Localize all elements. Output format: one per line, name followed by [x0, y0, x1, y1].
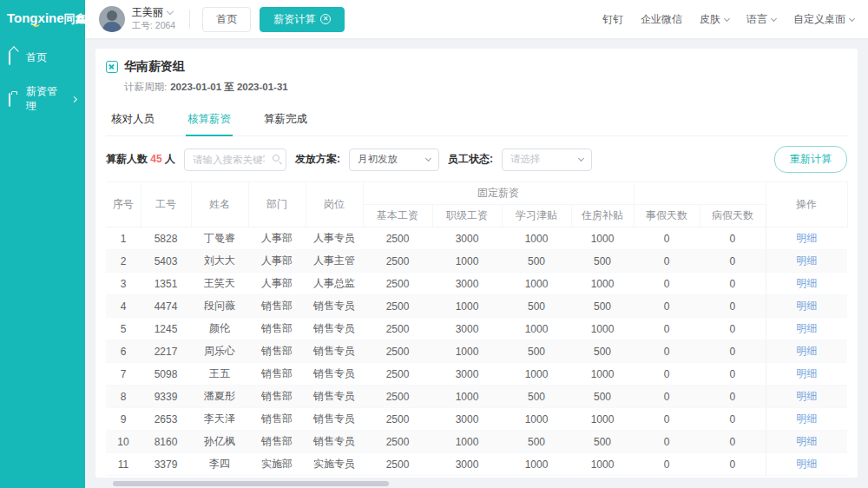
- menu-wecom[interactable]: 企业微信: [641, 12, 682, 27]
- cell-no: 9: [106, 408, 141, 431]
- cell-position: 销售专员: [306, 363, 363, 386]
- menu-custom-desktop[interactable]: 自定义桌面: [793, 12, 854, 27]
- cell-employee-id: 5098: [141, 363, 191, 386]
- recalculate-button[interactable]: 重新计算: [774, 146, 847, 173]
- detail-link[interactable]: 明细: [796, 435, 817, 447]
- cell-department: 人事部: [248, 250, 306, 273]
- cell-employee-id: 3379: [141, 453, 191, 476]
- cell-department: 销售部: [248, 295, 306, 318]
- cell-base-salary: 2500: [363, 340, 432, 363]
- cell-personal-leave-days: 0: [634, 431, 700, 453]
- cell-grade-salary: 1000: [432, 386, 502, 408]
- col-header-employee-id: 工号: [141, 182, 191, 228]
- cell-position: 人事主管: [306, 250, 363, 273]
- payment-plan-select[interactable]: 月初发放: [349, 148, 439, 171]
- col-header-study-allowance: 学习津贴: [502, 205, 571, 228]
- cell-sick-leave-days: 0: [700, 453, 766, 476]
- detail-link[interactable]: 明细: [796, 277, 817, 289]
- col-header-department: 部门: [248, 182, 306, 228]
- cell-study-allowance: 500: [502, 295, 571, 318]
- status-label: 员工状态:: [448, 152, 493, 167]
- horizontal-scrollbar-track: [106, 481, 847, 486]
- menu-dingtalk[interactable]: 钉钉: [602, 12, 623, 27]
- cell-study-allowance: 500: [502, 250, 571, 273]
- cell-name: 段问薇: [191, 295, 248, 318]
- cell-employee-id: 2653: [141, 408, 191, 431]
- close-icon[interactable]: ✕: [320, 14, 331, 24]
- cell-sick-leave-days: 0: [700, 408, 766, 431]
- table-row: 4 4474 段问薇 销售部 销售专员 2500 1000 500 500 0 …: [106, 295, 847, 318]
- cell-base-salary: 2500: [363, 273, 432, 295]
- workspace-tab-home[interactable]: 首页: [202, 7, 251, 32]
- home-icon: [9, 52, 20, 63]
- detail-link[interactable]: 明细: [796, 322, 817, 334]
- cell-sick-leave-days: 0: [700, 273, 766, 295]
- user-avatar[interactable]: [99, 6, 125, 32]
- detail-link[interactable]: 明细: [796, 390, 817, 402]
- menu-language[interactable]: 语言: [746, 12, 776, 27]
- user-name: 王美丽: [132, 6, 163, 19]
- tab-calculation-complete[interactable]: 算薪完成: [262, 104, 309, 135]
- cell-employee-id: 5828: [141, 228, 191, 250]
- cell-grade-salary: 1000: [432, 250, 502, 273]
- tab-calculate-salary[interactable]: 核算薪资: [186, 104, 233, 135]
- cell-base-salary: 2500: [363, 228, 432, 250]
- cell-name: 丁曼睿: [191, 228, 248, 250]
- cell-employee-id: 9339: [141, 386, 191, 408]
- cell-housing-allowance: 1000: [571, 318, 634, 340]
- chevron-down-icon: [849, 15, 855, 21]
- col-header-personal-leave-days: 事假天数: [634, 205, 700, 228]
- sidebar-item-payroll-management[interactable]: 薪资管理: [0, 75, 85, 123]
- cell-no: 5: [106, 318, 141, 340]
- detail-link[interactable]: 明细: [796, 458, 817, 470]
- chevron-down-icon: [425, 155, 431, 162]
- cell-name: 孙亿枫: [191, 431, 248, 453]
- cell-sick-leave-days: 0: [700, 340, 766, 363]
- cell-department: 销售部: [248, 318, 306, 340]
- cell-department: 人事部: [248, 228, 306, 250]
- cell-study-allowance: 500: [502, 386, 571, 408]
- table-row: 3 1351 王笑天 人事部 人事总监 2500 3000 1000 1000 …: [106, 273, 847, 295]
- payroll-table: 序号 工号 姓名 部门 岗位 固定薪资 操作 基本工资 职级工资: [106, 181, 848, 476]
- logo-text-cn: 同鑫: [64, 12, 87, 25]
- employee-number: 工号: 2064: [132, 20, 175, 31]
- detail-link[interactable]: 明细: [796, 345, 817, 357]
- cell-personal-leave-days: 0: [634, 250, 700, 273]
- detail-link[interactable]: 明细: [796, 300, 817, 312]
- cell-study-allowance: 500: [502, 340, 571, 363]
- cell-grade-salary: 1000: [432, 431, 502, 453]
- search-input[interactable]: [184, 148, 286, 171]
- cell-department: 销售部: [248, 363, 306, 386]
- cell-no: 7: [106, 363, 141, 386]
- cell-base-salary: 2500: [363, 295, 432, 318]
- cell-housing-allowance: 1000: [571, 363, 634, 386]
- cell-personal-leave-days: 0: [634, 363, 700, 386]
- cell-housing-allowance: 1000: [571, 408, 634, 431]
- table-row: 11 3379 李四 实施部 实施专员 2500 3000 1000 1000 …: [106, 453, 847, 476]
- detail-link[interactable]: 明细: [796, 412, 817, 425]
- employee-status-select[interactable]: 请选择: [502, 148, 592, 171]
- menu-skin[interactable]: 皮肤: [700, 12, 729, 27]
- group-header-leave: [634, 182, 766, 205]
- cell-position: 销售专员: [306, 386, 363, 408]
- app-logo: Tongxine同鑫: [0, 0, 85, 41]
- table-row: 1 5828 丁曼睿 人事部 人事专员 2500 3000 1000 1000 …: [106, 228, 847, 250]
- cell-sick-leave-days: 0: [700, 228, 766, 250]
- workspace-tab-payroll-calc[interactable]: 薪资计算 ✕: [260, 7, 345, 32]
- divider: [189, 10, 190, 29]
- detail-link[interactable]: 明细: [796, 232, 817, 244]
- user-menu[interactable]: 王美丽: [132, 6, 175, 19]
- cell-name: 周乐心: [191, 340, 248, 363]
- cell-position: 销售专员: [306, 431, 363, 453]
- logo-smile-accent: [32, 23, 40, 27]
- cell-personal-leave-days: 0: [634, 386, 700, 408]
- cell-study-allowance: 1000: [502, 318, 571, 340]
- employee-count: 算薪人数 45 人: [106, 152, 175, 167]
- tab-verify-personnel[interactable]: 核对人员: [109, 104, 156, 135]
- detail-link[interactable]: 明细: [796, 367, 817, 379]
- detail-link[interactable]: 明细: [796, 254, 817, 267]
- sidebar-item-label: 薪资管理: [26, 84, 66, 114]
- sidebar-item-home[interactable]: 首页: [0, 41, 85, 75]
- horizontal-scrollbar[interactable]: [113, 481, 389, 486]
- cell-department: 销售部: [248, 340, 306, 363]
